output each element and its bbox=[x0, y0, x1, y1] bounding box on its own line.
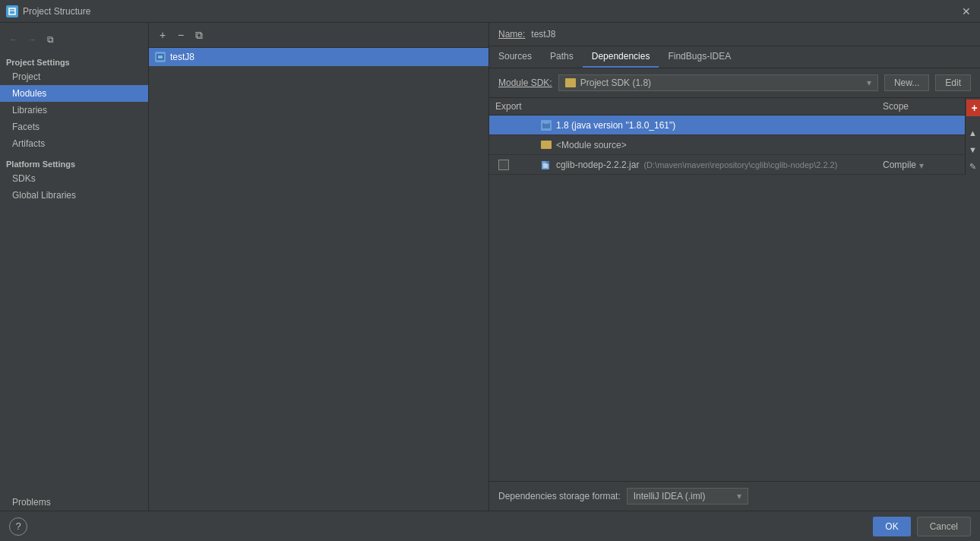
dep-scope-value-cglib: Compile bbox=[883, 160, 916, 170]
project-settings-header: Project Settings bbox=[0, 55, 148, 68]
nav-back-button[interactable]: ← bbox=[6, 32, 21, 47]
dep-row-cglib[interactable]: cglib-nodep-2.2.2.jar (D:\maven\maven\re… bbox=[489, 155, 965, 175]
sidebar-nav: ← → ⧉ bbox=[0, 29, 148, 50]
svg-rect-2 bbox=[542, 123, 550, 128]
move-down-button[interactable]: ▼ bbox=[966, 143, 980, 157]
right-side-buttons: + ▲ ▼ ✎ bbox=[965, 98, 980, 175]
dep-name-module-source: <Module source> bbox=[556, 140, 883, 150]
sidebar: ← → ⧉ Project Settings Project Modules L… bbox=[0, 23, 149, 511]
sidebar-item-facets[interactable]: Facets bbox=[0, 119, 148, 135]
cancel-button[interactable]: Cancel bbox=[917, 517, 971, 536]
tabs-bar: Sources Paths Dependencies FindBugs-IDEA bbox=[489, 46, 980, 68]
module-icon bbox=[155, 52, 166, 62]
dep-row-jdk[interactable]: 1.8 (java version "1.8.0_161") bbox=[489, 115, 965, 135]
dep-header-scope: Scope bbox=[883, 101, 959, 112]
right-panel: Name: testJ8 Sources Paths Dependencies … bbox=[489, 23, 980, 511]
storage-chevron-icon: ▾ bbox=[737, 491, 741, 501]
jar-icon bbox=[541, 160, 552, 170]
sdk-row: Module SDK: Project SDK (1.8) ▾ New... E… bbox=[489, 68, 980, 98]
remove-module-button[interactable]: − bbox=[173, 27, 188, 43]
module-toolbar: + − ⧉ bbox=[149, 23, 488, 48]
edit-dep-button[interactable]: ✎ bbox=[966, 160, 980, 173]
tab-dependencies[interactable]: Dependencies bbox=[583, 46, 659, 68]
ok-button[interactable]: OK bbox=[873, 517, 910, 536]
nav-copy-button[interactable]: ⧉ bbox=[43, 32, 58, 47]
storage-label: Dependencies storage format: bbox=[498, 491, 621, 501]
storage-select[interactable]: IntelliJ IDEA (.iml) ▾ bbox=[627, 488, 748, 505]
move-up-button[interactable]: ▲ bbox=[966, 126, 980, 140]
sidebar-item-project[interactable]: Project bbox=[0, 68, 148, 85]
module-item-testj8[interactable]: testJ8 bbox=[149, 48, 488, 66]
jdk-icon bbox=[541, 120, 552, 131]
dep-checkbox-cglib[interactable] bbox=[498, 160, 509, 170]
copy-module-button[interactable]: ⧉ bbox=[191, 27, 207, 43]
sdk-value: Project SDK (1.8) bbox=[580, 78, 651, 88]
dep-header-export: Export bbox=[495, 101, 541, 112]
sdk-select[interactable]: Project SDK (1.8) ▾ bbox=[558, 74, 878, 91]
tab-paths[interactable]: Paths bbox=[541, 46, 583, 68]
platform-settings-header: Platform Settings bbox=[0, 152, 148, 170]
window-title: Project Structure bbox=[23, 6, 90, 17]
add-module-button[interactable]: + bbox=[155, 27, 170, 43]
dep-name-cglib: cglib-nodep-2.2.2.jar bbox=[556, 160, 639, 170]
close-button[interactable]: ✕ bbox=[959, 4, 974, 19]
app-icon bbox=[6, 5, 18, 17]
svg-rect-0 bbox=[9, 8, 15, 14]
dep-table: Export Scope bbox=[489, 98, 980, 481]
ok-cancel-buttons: OK Cancel bbox=[873, 517, 971, 536]
bottom-bar: ? OK Cancel bbox=[0, 511, 980, 541]
name-label: Name: bbox=[498, 29, 525, 40]
sidebar-item-problems[interactable]: Problems bbox=[0, 494, 148, 511]
sdk-new-button[interactable]: New... bbox=[884, 74, 929, 91]
storage-value: IntelliJ IDEA (.iml) bbox=[634, 491, 706, 501]
svg-rect-5 bbox=[546, 161, 549, 164]
tab-findbugs[interactable]: FindBugs-IDEA bbox=[659, 46, 740, 68]
dep-table-header: Export Scope bbox=[489, 98, 965, 115]
dep-path-cglib: (D:\maven\maven\repository\cglib\cglib-n… bbox=[643, 160, 837, 169]
sdk-label: Module SDK: bbox=[498, 78, 552, 88]
storage-row: Dependencies storage format: IntelliJ ID… bbox=[489, 481, 980, 511]
module-list-area: + − ⧉ testJ8 bbox=[149, 23, 489, 511]
nav-forward-button[interactable]: → bbox=[24, 32, 40, 47]
sdk-folder-icon bbox=[565, 78, 576, 87]
sdk-chevron-icon: ▾ bbox=[867, 78, 871, 88]
tab-sources[interactable]: Sources bbox=[489, 46, 541, 68]
module-source-icon bbox=[541, 141, 552, 149]
sidebar-item-libraries[interactable]: Libraries bbox=[0, 102, 148, 119]
dep-scope-dropdown-cglib[interactable]: ▾ bbox=[919, 160, 928, 169]
sdk-edit-button[interactable]: Edit bbox=[935, 74, 971, 91]
name-value: testJ8 bbox=[531, 29, 555, 40]
sidebar-item-global-libraries[interactable]: Global Libraries bbox=[0, 187, 148, 204]
sidebar-item-modules[interactable]: Modules bbox=[0, 85, 148, 102]
help-button[interactable]: ? bbox=[9, 517, 27, 536]
dep-name-jdk: 1.8 (java version "1.8.0_161") bbox=[556, 120, 883, 131]
dep-row-module-source[interactable]: <Module source> bbox=[489, 135, 965, 155]
app-window: Project Structure ✕ ← → ⧉ Project Settin… bbox=[0, 0, 980, 541]
sidebar-item-artifacts[interactable]: Artifacts bbox=[0, 135, 148, 152]
svg-rect-3 bbox=[544, 122, 548, 124]
dep-add-button[interactable]: + bbox=[966, 100, 981, 116]
name-bar: Name: testJ8 bbox=[489, 23, 980, 46]
module-label: testJ8 bbox=[170, 52, 194, 62]
sidebar-item-sdks[interactable]: SDKs bbox=[0, 170, 148, 187]
main-content: ← → ⧉ Project Settings Project Modules L… bbox=[0, 23, 980, 511]
dep-rows-container: Export Scope bbox=[489, 98, 965, 175]
title-bar: Project Structure ✕ bbox=[0, 0, 980, 23]
